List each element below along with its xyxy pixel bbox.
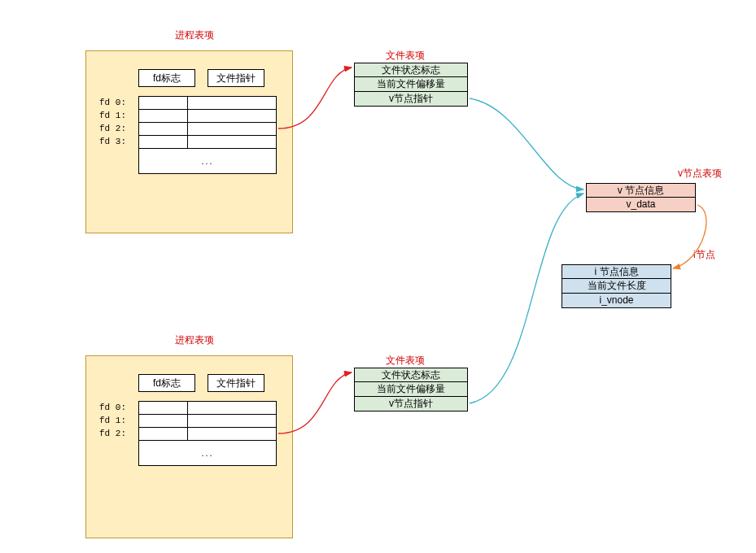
proc1-fd2: fd 2: (99, 124, 126, 133)
file1-r2: 当前文件偏移量 (354, 77, 468, 92)
file2-r1: 文件状态标志 (354, 368, 468, 382)
table-row (139, 123, 277, 136)
proc2-col-ptr: 文件指针 (208, 374, 264, 392)
proc1-col-fd: fd标志 (138, 69, 195, 87)
file1-r3: v节点指针 (354, 92, 468, 107)
vnode-title: v节点表项 (678, 167, 722, 181)
inode-r2: 当前文件长度 (562, 279, 671, 294)
inode-box: i 节点信息 当前文件长度 i_vnode (562, 264, 671, 308)
proc1-title: 进程表项 (175, 28, 214, 42)
proc2-fd2: fd 2: (99, 429, 126, 438)
proc1-fd0: fd 0: (99, 98, 126, 107)
table-row: ... (139, 441, 277, 466)
file2-box: 文件状态标志 当前文件偏移量 v节点指针 (354, 368, 468, 411)
table-row (139, 415, 277, 428)
diagram-stage: { "proc1": { "title": "进程表项", "col_fd": … (0, 0, 756, 553)
file1-r1: 文件状态标志 (354, 63, 468, 77)
inode-title: i节点 (693, 248, 715, 262)
arrow-file1-vnode (470, 98, 583, 189)
proc2-col-fd: fd标志 (138, 374, 195, 392)
table-row (139, 110, 277, 123)
file1-title: 文件表项 (386, 49, 425, 63)
proc1-fd1: fd 1: (99, 111, 126, 120)
proc2-grid: ... (138, 401, 277, 466)
file2-r2: 当前文件偏移量 (354, 382, 468, 397)
file2-title: 文件表项 (386, 354, 425, 368)
proc1-col-ptr: 文件指针 (208, 69, 264, 87)
table-row: ... (139, 149, 277, 174)
vnode-r2: v_data (586, 198, 696, 212)
proc1-fd3: fd 3: (99, 137, 126, 146)
table-row (139, 97, 277, 110)
proc2-title: 进程表项 (175, 333, 214, 347)
inode-r3: i_vnode (562, 294, 671, 308)
vnode-r1: v 节点信息 (586, 183, 696, 198)
proc2-fd1: fd 1: (99, 416, 126, 425)
table-row (139, 428, 277, 441)
inode-r1: i 节点信息 (562, 264, 671, 279)
file1-box: 文件状态标志 当前文件偏移量 v节点指针 (354, 63, 468, 107)
file2-r3: v节点指针 (354, 397, 468, 411)
proc2-fd0: fd 0: (99, 403, 126, 412)
table-row (139, 136, 277, 149)
vnode-box: v 节点信息 v_data (586, 183, 696, 212)
table-row (139, 402, 277, 415)
proc1-grid: ... (138, 96, 277, 174)
